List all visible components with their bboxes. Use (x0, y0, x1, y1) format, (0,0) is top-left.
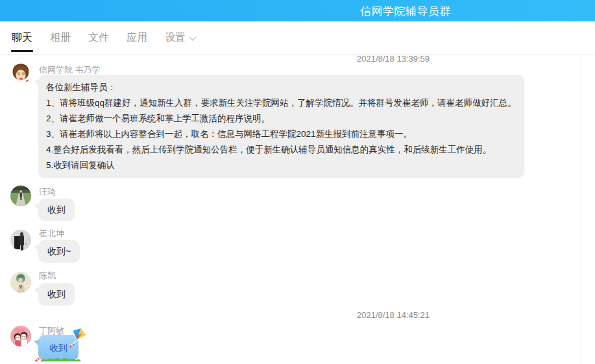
group-header: 信网学院辅导员群 (0, 0, 595, 21)
avatar-sketch-portrait[interactable] (10, 272, 31, 293)
avatar-photo-bw[interactable] (10, 230, 31, 250)
chevron-down-icon (189, 33, 196, 40)
outdoor-photo-avatar (10, 186, 31, 206)
tab-apps-label: 应用 (127, 31, 147, 45)
avatar-photo-outdoor[interactable] (10, 186, 31, 206)
message-line: 4.整合好后发我看看，然后上传到学院通知公告栏，便于新生确认辅导员通知信息的真实… (46, 142, 516, 158)
sketch-portrait-avatar (10, 272, 31, 293)
tab-chat[interactable]: 聊天 (12, 21, 32, 55)
message-bubble[interactable]: 收到~ (38, 240, 80, 263)
tab-settings-label: 设置 (165, 31, 186, 45)
avatar-cartoon-woman[interactable] (10, 63, 31, 84)
scrollbar-track[interactable] (581, 56, 581, 364)
grass-decoration (40, 356, 80, 361)
message-line: 各位新生辅导员： (46, 80, 516, 95)
message-line: 1、请将班级qq群建好，通知新生入群，要求新生关注学院网站，了解学院情况。并将群… (46, 95, 516, 111)
kite-icon (69, 327, 89, 348)
timestamp: 2021/8/18 13:39:59 (328, 54, 458, 64)
message-bubble[interactable]: 收到 (38, 283, 75, 306)
bw-photo-avatar (10, 230, 31, 250)
cartoon-kids-avatar (10, 326, 31, 346)
message-line: 3、请崔老师将以上内容整合到一起，取名：信息与网络工程学院2021新生报到前注意… (46, 127, 516, 142)
message-bubble[interactable]: 各位新生辅导员： 1、请将班级qq群建好，通知新生入群，要求新生关注学院网站，了… (38, 75, 524, 178)
message-line: 2、请崔老师做一个易班系统和掌上学工激活的程序说明。 (46, 111, 516, 127)
message-line: 5.收到请回复确认 (46, 158, 516, 173)
tab-bar: 聊天 相册 文件 应用 设置 (0, 21, 595, 55)
message-bubble[interactable]: 收到 (38, 199, 75, 221)
tab-album-label: 相册 (50, 31, 71, 45)
firecracker-icon (32, 355, 44, 364)
timestamp: 2021/8/18 14:45:21 (328, 310, 458, 320)
tab-album[interactable]: 相册 (50, 21, 71, 55)
tab-files-label: 文件 (88, 31, 109, 45)
tab-files[interactable]: 文件 (88, 21, 109, 55)
message-text: 收到 (49, 343, 67, 353)
group-title: 信网学院辅导员群 (360, 3, 451, 18)
tab-settings[interactable]: 设置 (165, 21, 195, 55)
sender-name: 陈凯 (39, 270, 56, 282)
tab-chat-label: 聊天 (12, 31, 32, 45)
sender-name: 崔北坤 (39, 228, 64, 239)
cartoon-woman-avatar (10, 63, 31, 84)
tab-apps[interactable]: 应用 (127, 21, 147, 55)
sender-name: 汪琦 (39, 186, 56, 198)
message-bubble-decorated[interactable]: 收到 (38, 335, 79, 361)
avatar-cartoon-kids[interactable] (10, 326, 31, 346)
